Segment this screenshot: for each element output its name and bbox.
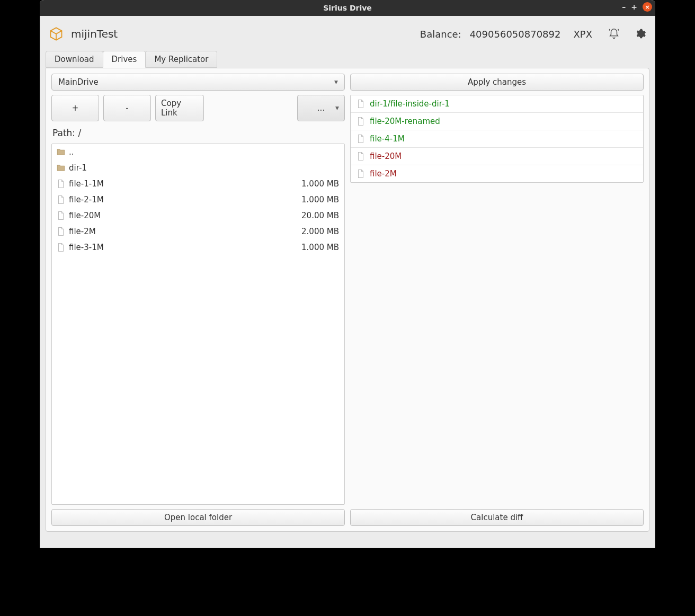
file-name: file-3-1M xyxy=(69,243,104,252)
add-button[interactable]: + xyxy=(51,95,99,121)
file-icon xyxy=(56,179,66,189)
tab-content: MainDrive ▼ + - Copy Link ... ▼ Path: / xyxy=(46,68,649,532)
change-row[interactable]: dir-1/file-inside-dir-1 xyxy=(351,95,643,113)
file-name: file-1-1M xyxy=(69,179,104,189)
path-label: Path: / xyxy=(51,126,345,139)
change-name: file-20M xyxy=(370,151,402,161)
change-row[interactable]: file-4-1M xyxy=(351,130,643,148)
folder-icon xyxy=(56,163,66,173)
file-size: 2.000 MB xyxy=(211,224,344,239)
change-name: file-4-1M xyxy=(370,134,405,144)
file-icon xyxy=(56,227,66,236)
file-icon xyxy=(56,243,66,252)
file-size xyxy=(211,144,344,160)
app-header: mijinTest Balance: 409056050870892 XPX xyxy=(46,21,649,51)
remove-button[interactable]: - xyxy=(103,95,151,121)
changes-list: dir-1/file-inside-dir-1file-20M-renamedf… xyxy=(350,95,644,183)
tab-download[interactable]: Download xyxy=(46,51,103,68)
change-row[interactable]: file-2M xyxy=(351,165,643,182)
file-size: 1.000 MB xyxy=(211,176,344,192)
drive-select[interactable]: MainDrive ▼ xyxy=(51,74,345,91)
file-row[interactable]: file-1-1M1.000 MB xyxy=(52,176,344,192)
minimize-button[interactable]: – xyxy=(622,3,626,11)
file-name: file-2-1M xyxy=(69,195,104,204)
file-row[interactable]: file-20M20.00 MB xyxy=(52,208,344,224)
change-name: dir-1/file-inside-dir-1 xyxy=(370,99,450,109)
app-name: mijinTest xyxy=(71,28,118,40)
file-name: file-2M xyxy=(69,227,96,236)
file-row[interactable]: file-2M2.000 MB xyxy=(52,224,344,239)
apply-changes-button[interactable]: Apply changes xyxy=(350,74,644,91)
close-button[interactable]: × xyxy=(643,2,652,12)
file-name: file-20M xyxy=(69,211,101,220)
file-size xyxy=(211,160,344,176)
change-name: file-2M xyxy=(370,169,397,178)
chevron-down-icon: ▼ xyxy=(334,79,338,85)
file-icon xyxy=(56,195,66,204)
drive-select-value: MainDrive xyxy=(58,77,99,87)
balance-label: Balance: xyxy=(420,29,461,40)
file-row[interactable]: file-3-1M1.000 MB xyxy=(52,239,344,255)
file-size: 1.000 MB xyxy=(211,192,344,208)
file-icon xyxy=(356,151,366,161)
tabs: Download Drives My Replicator xyxy=(46,51,649,68)
calculate-diff-button[interactable]: Calculate diff xyxy=(350,509,644,526)
file-name: .. xyxy=(69,147,74,157)
app-logo-icon xyxy=(49,26,64,41)
file-size: 1.000 MB xyxy=(211,239,344,255)
change-row[interactable]: file-20M xyxy=(351,148,643,165)
gear-icon[interactable] xyxy=(635,28,646,40)
tab-drives[interactable]: Drives xyxy=(103,51,146,68)
copy-link-button[interactable]: Copy Link xyxy=(155,95,204,121)
tab-my-replicator[interactable]: My Replicator xyxy=(145,51,217,68)
window-title: Sirius Drive xyxy=(323,4,372,12)
open-local-folder-button[interactable]: Open local folder xyxy=(51,509,345,526)
change-name: file-20M-renamed xyxy=(370,117,440,126)
file-icon xyxy=(56,211,66,220)
balance-value: 409056050870892 xyxy=(470,29,561,40)
file-icon xyxy=(356,99,366,109)
folder-icon xyxy=(56,147,66,157)
chevron-down-icon: ▼ xyxy=(335,105,339,111)
file-row[interactable]: file-2-1M1.000 MB xyxy=(52,192,344,208)
file-row[interactable]: dir-1 xyxy=(52,160,344,176)
maximize-button[interactable]: + xyxy=(631,3,637,11)
file-row[interactable]: .. xyxy=(52,144,344,160)
file-icon xyxy=(356,134,366,144)
titlebar: Sirius Drive – + × xyxy=(40,0,655,16)
bell-icon[interactable] xyxy=(608,28,620,40)
balance-unit: XPX xyxy=(573,29,592,40)
file-size: 20.00 MB xyxy=(211,208,344,224)
change-row[interactable]: file-20M-renamed xyxy=(351,113,643,130)
file-icon xyxy=(356,117,366,126)
file-icon xyxy=(356,169,366,178)
file-name: dir-1 xyxy=(69,163,87,173)
file-list[interactable]: ..dir-1file-1-1M1.000 MBfile-2-1M1.000 M… xyxy=(51,144,345,505)
more-menu-button[interactable]: ... ▼ xyxy=(297,95,345,121)
